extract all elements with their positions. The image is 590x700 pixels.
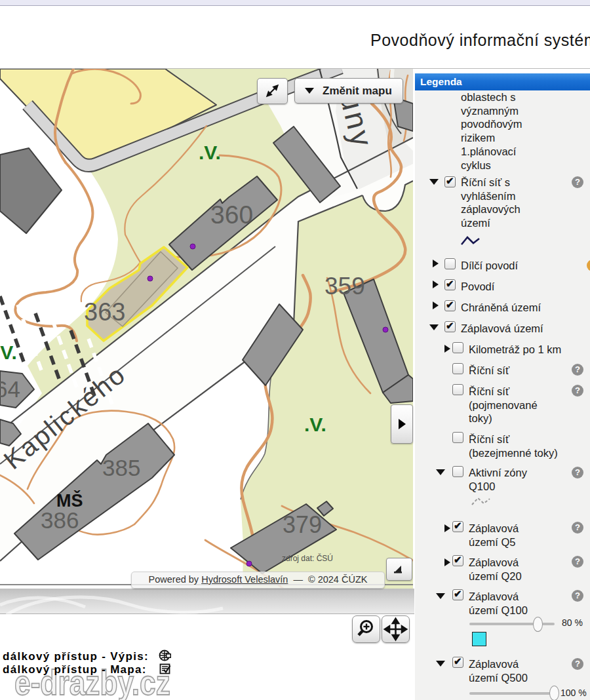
svg-text:64: 64 <box>0 376 20 402</box>
svg-text:359: 359 <box>324 273 365 300</box>
svg-text:.V.: .V. <box>199 142 221 163</box>
svg-text:385: 385 <box>102 455 140 480</box>
svg-text:.V.: .V. <box>304 414 326 435</box>
svg-text:.V.: .V. <box>0 341 17 363</box>
svg-text:360: 360 <box>210 201 253 229</box>
svg-text:363: 363 <box>84 298 125 326</box>
svg-text:379: 379 <box>283 511 322 538</box>
svg-text:386: 386 <box>41 507 79 533</box>
svg-text:MŠ: MŠ <box>56 490 83 511</box>
